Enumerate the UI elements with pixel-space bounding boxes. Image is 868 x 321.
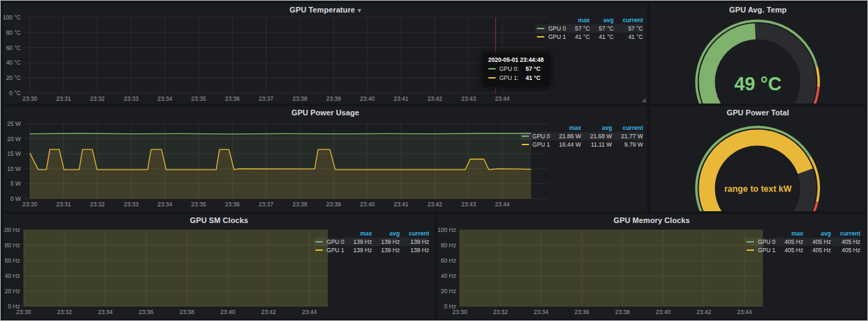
panel-gpu-power-total: GPU Power Total range to text kW bbox=[650, 106, 866, 211]
svg-text:40 °C: 40 °C bbox=[6, 59, 21, 66]
legend-series-label[interactable]: GPU 0 bbox=[548, 25, 566, 32]
legend-value-max: 139 Hz bbox=[344, 238, 372, 246]
panel-title-gpu-avg-temp[interactable]: GPU Avg. Temp bbox=[650, 6, 866, 14]
svg-text:60 °C: 60 °C bbox=[6, 44, 21, 51]
panel-menu-caret-icon[interactable]: ▾ bbox=[358, 7, 361, 14]
gpu-power-total-gauge bbox=[650, 106, 866, 211]
legend-header-max[interactable]: max bbox=[776, 229, 803, 238]
svg-text:23:42: 23:42 bbox=[428, 95, 443, 102]
svg-text:23:38: 23:38 bbox=[292, 95, 308, 102]
svg-text:23:32: 23:32 bbox=[90, 95, 106, 102]
svg-text:23:40: 23:40 bbox=[360, 95, 375, 102]
svg-text:23:37: 23:37 bbox=[259, 95, 274, 102]
gpu-power-usage-legend: max avg current GPU 0 21.86 W 21.68 W 21… bbox=[520, 124, 643, 149]
svg-text:23:37: 23:37 bbox=[259, 201, 274, 208]
svg-text:100 Hz: 100 Hz bbox=[3, 227, 20, 233]
legend-header-max[interactable]: max bbox=[566, 16, 590, 24]
legend-row-gpu1: GPU 1 41 °C 41 °C 41 °C bbox=[535, 33, 643, 41]
legend-value-max: 405 Hz bbox=[776, 246, 803, 254]
svg-text:23:35: 23:35 bbox=[191, 201, 206, 208]
legend-series-label[interactable]: GPU 1 bbox=[758, 247, 776, 254]
legend-series-label[interactable]: GPU 1 bbox=[548, 33, 566, 40]
legend-row-gpu1: GPU 1 139 Hz 139 Hz 139 Hz bbox=[314, 246, 429, 254]
svg-text:23:34: 23:34 bbox=[158, 95, 173, 102]
tooltip-row-gpu1: GPU 1:41 °C bbox=[488, 74, 544, 83]
svg-text:10 W: 10 W bbox=[7, 165, 21, 172]
svg-text:20 °C: 20 °C bbox=[6, 74, 21, 81]
legend-header-avg[interactable]: avg bbox=[803, 229, 831, 238]
svg-text:5 W: 5 W bbox=[10, 180, 21, 187]
legend-value-avg: 405 Hz bbox=[803, 238, 831, 246]
series-dash-icon bbox=[521, 144, 529, 145]
series-dash-icon bbox=[521, 135, 529, 137]
svg-text:23:36: 23:36 bbox=[225, 201, 240, 208]
svg-text:23:44: 23:44 bbox=[302, 308, 317, 315]
legend-row-gpu0: GPU 0 21.86 W 21.68 W 21.77 W bbox=[520, 132, 643, 140]
svg-text:23:39: 23:39 bbox=[326, 95, 342, 102]
svg-text:23:44: 23:44 bbox=[495, 201, 510, 208]
svg-text:23:30: 23:30 bbox=[22, 95, 37, 102]
svg-text:20 W: 20 W bbox=[7, 135, 21, 142]
legend-header-max[interactable]: max bbox=[550, 124, 581, 132]
svg-text:100 Hz: 100 Hz bbox=[437, 227, 456, 233]
svg-text:0 °C: 0 °C bbox=[9, 90, 21, 97]
svg-text:80 Hz: 80 Hz bbox=[5, 242, 20, 249]
panel-gpu-temperature: GPU Temperature▾ 100 °C80 °C60 °C40 °C20… bbox=[3, 3, 647, 104]
gpu-sm-clocks-legend: max avg current GPU 0 139 Hz 139 Hz 139 … bbox=[314, 229, 429, 254]
legend-series-label[interactable]: GPU 1 bbox=[326, 247, 344, 254]
svg-text:40 Hz: 40 Hz bbox=[441, 272, 456, 279]
legend-header-avg[interactable]: avg bbox=[372, 229, 400, 238]
svg-text:100 °C: 100 °C bbox=[3, 14, 21, 21]
svg-text:80 °C: 80 °C bbox=[6, 29, 21, 36]
svg-text:20 Hz: 20 Hz bbox=[5, 288, 20, 295]
legend-value-current: 21.77 W bbox=[612, 132, 643, 140]
legend-series-label[interactable]: GPU 1 bbox=[533, 141, 551, 148]
panel-title-text: GPU Memory Clocks bbox=[614, 216, 690, 224]
gpu-power-usage-plot[interactable]: 25 W20 W15 W10 W5 W0 W23:3023:3123:3223:… bbox=[3, 106, 647, 211]
svg-text:23:36: 23:36 bbox=[225, 95, 240, 102]
legend-header-current[interactable]: current bbox=[612, 124, 643, 132]
legend-series-label[interactable]: GPU 0 bbox=[533, 133, 551, 140]
legend-header-avg[interactable]: avg bbox=[581, 124, 612, 132]
legend-header-avg[interactable]: avg bbox=[590, 16, 613, 24]
legend-header-current[interactable]: current bbox=[831, 229, 860, 238]
svg-text:15 W: 15 W bbox=[7, 150, 21, 157]
svg-text:23:36: 23:36 bbox=[139, 308, 154, 315]
gauge-value-text: range to text kW bbox=[650, 184, 866, 194]
legend-value-avg: 57 °C bbox=[590, 24, 613, 33]
svg-text:23:36: 23:36 bbox=[574, 308, 590, 315]
legend-value-avg: 11.11 W bbox=[581, 140, 612, 149]
svg-text:23:42: 23:42 bbox=[428, 201, 443, 208]
panel-gpu-avg-temp: GPU Avg. Temp 49 °C bbox=[650, 3, 866, 104]
panel-title-gpu-sm-clocks[interactable]: GPU SM Clocks bbox=[3, 216, 435, 224]
legend-value-max: 139 Hz bbox=[344, 246, 372, 254]
legend-value-avg: 139 Hz bbox=[372, 246, 400, 254]
series-dash-icon bbox=[488, 68, 496, 69]
legend-value-current: 139 Hz bbox=[400, 246, 429, 254]
panel-title-gpu-power-total[interactable]: GPU Power Total bbox=[650, 108, 866, 117]
legend-row-gpu0: GPU 0 405 Hz 405 Hz 405 Hz bbox=[745, 238, 860, 246]
svg-text:60 Hz: 60 Hz bbox=[441, 257, 456, 264]
svg-text:0 W: 0 W bbox=[10, 195, 21, 202]
legend-row-gpu1: GPU 1 405 Hz 405 Hz 405 Hz bbox=[745, 246, 860, 254]
legend-header-current[interactable]: current bbox=[614, 16, 643, 24]
gauge-value-text: 49 °C bbox=[650, 74, 866, 95]
panel-title-text: GPU Power Usage bbox=[292, 108, 359, 117]
legend-value-current: 41 °C bbox=[614, 33, 643, 41]
legend-value-current: 57 °C bbox=[614, 24, 643, 33]
panel-title-gpu-power-usage[interactable]: GPU Power Usage bbox=[3, 108, 647, 117]
legend-series-label[interactable]: GPU 0 bbox=[758, 238, 776, 245]
panel-title-gpu-temperature[interactable]: GPU Temperature▾ bbox=[3, 6, 647, 14]
series-dash-icon bbox=[488, 77, 496, 79]
legend-header-max[interactable]: max bbox=[344, 229, 372, 238]
legend-header-current[interactable]: current bbox=[400, 229, 429, 238]
svg-text:23:38: 23:38 bbox=[615, 308, 631, 315]
panel-resize-handle[interactable] bbox=[642, 98, 646, 102]
legend-row-gpu0: GPU 0 139 Hz 139 Hz 139 Hz bbox=[314, 238, 429, 246]
hover-tooltip: 2020-05-01 23:44:48 GPU 0:57 °C GPU 1:41… bbox=[483, 53, 550, 87]
svg-text:23:34: 23:34 bbox=[98, 308, 113, 315]
panel-title-text: GPU Avg. Temp bbox=[729, 6, 787, 14]
legend-series-label[interactable]: GPU 0 bbox=[326, 238, 344, 245]
panel-title-gpu-memory-clocks[interactable]: GPU Memory Clocks bbox=[437, 216, 866, 224]
grafana-dashboard: GPU Temperature▾ 100 °C80 °C60 °C40 °C20… bbox=[0, 0, 868, 321]
